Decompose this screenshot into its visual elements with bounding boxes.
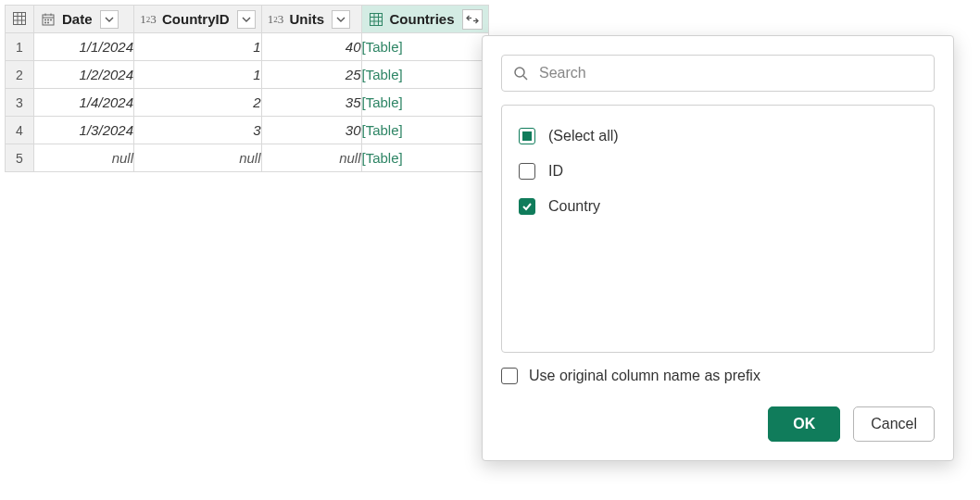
cell-date[interactable]: 1/4/2024 bbox=[34, 89, 134, 117]
table-row[interactable]: 21/2/2024125[Table] bbox=[6, 61, 489, 89]
cell-date[interactable]: 1/2/2024 bbox=[34, 61, 134, 89]
cell-units[interactable]: null bbox=[261, 144, 361, 172]
option-country[interactable]: Country bbox=[519, 189, 917, 224]
grid-corner[interactable] bbox=[6, 6, 34, 33]
column-list: (Select all) ID Country bbox=[501, 105, 935, 353]
expand-icon bbox=[466, 14, 479, 25]
row-number[interactable]: 1 bbox=[6, 33, 34, 61]
column-label: Countries bbox=[388, 11, 457, 27]
option-select-all[interactable]: (Select all) bbox=[519, 119, 917, 154]
column-header-countries[interactable]: Countries bbox=[361, 6, 488, 33]
cell-countryid[interactable]: 1 bbox=[134, 33, 262, 61]
table-icon bbox=[11, 10, 28, 27]
cell-date[interactable]: 1/3/2024 bbox=[34, 117, 134, 144]
search-box[interactable] bbox=[501, 55, 935, 92]
row-number[interactable]: 2 bbox=[6, 61, 34, 89]
cell-countries-table-link[interactable]: [Table] bbox=[361, 33, 488, 61]
filter-dropdown-button[interactable] bbox=[100, 10, 119, 29]
table-row[interactable]: 5nullnullnull[Table] bbox=[6, 144, 489, 172]
prefix-option[interactable]: Use original column name as prefix bbox=[501, 368, 935, 384]
table-row[interactable]: 11/1/2024140[Table] bbox=[6, 33, 489, 61]
cell-date[interactable]: null bbox=[34, 144, 134, 172]
checkbox-unchecked[interactable] bbox=[501, 368, 518, 384]
cell-countryid[interactable]: null bbox=[134, 144, 262, 172]
column-header-date[interactable]: Date bbox=[34, 6, 134, 33]
row-number[interactable]: 4 bbox=[6, 117, 34, 144]
svg-rect-0 bbox=[14, 13, 26, 25]
column-header-units[interactable]: 123 Units bbox=[261, 6, 361, 33]
option-label: (Select all) bbox=[548, 128, 619, 144]
column-label: CountryID bbox=[160, 11, 232, 27]
checkbox-indeterminate[interactable] bbox=[519, 128, 535, 144]
column-label: Units bbox=[288, 11, 327, 27]
cell-date[interactable]: 1/1/2024 bbox=[34, 33, 134, 61]
option-label: Country bbox=[548, 198, 600, 215]
cell-units[interactable]: 30 bbox=[261, 117, 361, 144]
chevron-down-icon bbox=[105, 15, 114, 24]
filter-dropdown-button[interactable] bbox=[237, 10, 256, 29]
check-icon bbox=[521, 201, 533, 212]
row-number[interactable]: 5 bbox=[6, 144, 34, 172]
ok-button[interactable]: OK bbox=[768, 406, 840, 442]
search-input[interactable] bbox=[537, 64, 923, 82]
option-id[interactable]: ID bbox=[519, 154, 917, 189]
chevron-down-icon bbox=[242, 15, 251, 24]
number-type-icon: 123 bbox=[140, 11, 157, 28]
prefix-label: Use original column name as prefix bbox=[529, 368, 760, 384]
column-label: Date bbox=[60, 11, 94, 27]
cell-countryid[interactable]: 1 bbox=[134, 61, 262, 89]
cell-countries-table-link[interactable]: [Table] bbox=[361, 61, 488, 89]
table-row[interactable]: 41/3/2024330[Table] bbox=[6, 117, 489, 144]
data-grid: Date 123 CountryID 123 Uni bbox=[5, 5, 489, 172]
cell-countries-table-link[interactable]: [Table] bbox=[361, 117, 488, 144]
checkbox-unchecked[interactable] bbox=[519, 163, 535, 180]
cell-countries-table-link[interactable]: [Table] bbox=[361, 144, 488, 172]
cell-units[interactable]: 40 bbox=[261, 33, 361, 61]
cell-countryid[interactable]: 2 bbox=[134, 89, 262, 117]
expand-column-popup: (Select all) ID Country Use original col… bbox=[482, 35, 954, 461]
table-icon bbox=[368, 11, 384, 28]
table-row[interactable]: 31/4/2024235[Table] bbox=[6, 89, 489, 117]
row-number[interactable]: 3 bbox=[6, 89, 34, 117]
cell-countryid[interactable]: 3 bbox=[134, 117, 262, 144]
svg-point-21 bbox=[515, 68, 524, 77]
chevron-down-icon bbox=[336, 15, 346, 24]
checkbox-checked[interactable] bbox=[519, 198, 535, 215]
cell-units[interactable]: 35 bbox=[261, 89, 361, 117]
cell-countries-table-link[interactable]: [Table] bbox=[361, 89, 488, 117]
filter-dropdown-button[interactable] bbox=[332, 10, 350, 29]
svg-rect-14 bbox=[370, 13, 382, 25]
number-type-icon: 123 bbox=[268, 11, 284, 28]
option-label: ID bbox=[548, 163, 563, 180]
search-icon bbox=[513, 66, 528, 81]
calendar-icon bbox=[40, 11, 57, 28]
cell-units[interactable]: 25 bbox=[261, 61, 361, 89]
column-header-countryid[interactable]: 123 CountryID bbox=[134, 6, 262, 33]
cancel-button[interactable]: Cancel bbox=[853, 406, 935, 442]
svg-line-22 bbox=[523, 76, 527, 80]
expand-column-button[interactable] bbox=[462, 9, 483, 30]
